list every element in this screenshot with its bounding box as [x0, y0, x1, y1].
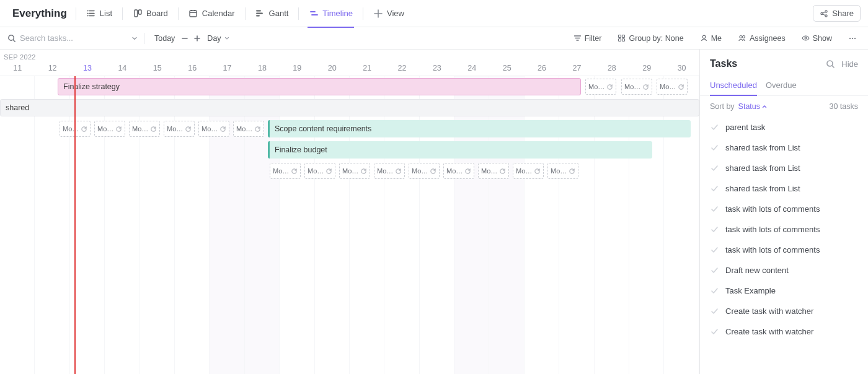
recurring-chip[interactable]: Mo… — [233, 121, 264, 137]
sort-by-label: Sort by — [710, 102, 735, 111]
gantt-icon — [255, 9, 265, 19]
day-header: 28 — [595, 64, 629, 72]
task-name: shared task from List — [725, 163, 800, 173]
tasks-tab-overdue[interactable]: Overdue — [766, 77, 797, 95]
tasks-tab-unscheduled[interactable]: Unscheduled — [710, 77, 757, 95]
share-icon — [820, 9, 828, 18]
task-name: Task Example — [725, 286, 776, 295]
share-button[interactable]: Share — [813, 5, 861, 22]
assignees-button[interactable]: Assignees — [734, 32, 789, 45]
task-name: shared task from List — [725, 184, 800, 193]
task-item[interactable]: Task Example — [700, 280, 868, 301]
recurring-chip[interactable]: Mo… — [198, 121, 229, 137]
chevron-down-icon[interactable] — [131, 35, 138, 41]
recurring-icon — [642, 84, 649, 90]
recurring-chip[interactable]: Mo… — [443, 163, 474, 179]
user-icon — [700, 34, 708, 42]
view-tab-label: Gantt — [269, 9, 289, 18]
recurring-chip[interactable]: Mo… — [270, 163, 301, 179]
day-header: 23 — [420, 64, 454, 72]
task-list[interactable]: parent taskshared task from Listshared t… — [700, 117, 868, 374]
task-item[interactable]: Create task with watcher — [700, 321, 868, 342]
today-button[interactable]: Today — [151, 32, 179, 45]
filter-icon — [574, 34, 582, 42]
day-header: 12 — [35, 64, 69, 72]
recurring-icon — [115, 126, 122, 133]
recurring-icon — [534, 168, 541, 175]
timeline-bar[interactable]: Scope content requirements — [268, 120, 691, 137]
timeline-bar[interactable]: Finalize budget — [268, 141, 652, 159]
svg-point-5 — [825, 14, 827, 16]
task-item[interactable]: Create task with watcher — [700, 301, 868, 321]
check-icon — [710, 163, 719, 173]
sort-value[interactable]: Status — [738, 102, 767, 111]
task-item[interactable]: shared task from List — [700, 137, 868, 158]
users-icon — [738, 34, 746, 42]
group-by-button[interactable]: Group by: None — [614, 32, 687, 45]
toolbar: Today Day Filter Group by: None Me Assig… — [0, 27, 868, 50]
svg-rect-10 — [622, 39, 625, 41]
bar-label: shared — [6, 103, 29, 112]
recurring-chip[interactable]: Mo… — [129, 121, 160, 137]
view-tab-board[interactable]: Board — [126, 0, 174, 27]
search-icon — [7, 34, 16, 43]
view-tab-list[interactable]: List — [80, 0, 118, 27]
search-icon[interactable] — [826, 59, 835, 69]
recurring-chip[interactable]: Mo… — [621, 79, 652, 95]
day-header: 29 — [629, 64, 664, 72]
task-item[interactable]: shared task from List — [700, 158, 868, 178]
recurring-chip[interactable]: Mo… — [409, 163, 440, 179]
timeline-icon — [309, 9, 319, 19]
task-item[interactable]: shared task from List — [700, 178, 868, 199]
me-button[interactable]: Me — [696, 32, 725, 45]
timeline-bar[interactable]: shared — [0, 99, 699, 116]
view-tab-label: List — [100, 9, 112, 18]
filter-button[interactable]: Filter — [570, 32, 606, 45]
day-header: 21 — [350, 64, 384, 72]
add-view-label: View — [387, 9, 404, 18]
view-tab-calendar[interactable]: Calendar — [182, 0, 241, 27]
recurring-chip[interactable]: Mo… — [94, 121, 125, 137]
show-button[interactable]: Show — [798, 32, 836, 45]
recurring-chip[interactable]: Mo… — [478, 163, 509, 179]
recurring-icon — [678, 84, 684, 90]
scale-label: Day — [207, 34, 221, 43]
task-item[interactable]: task with lots of comments — [700, 240, 868, 260]
view-tab-timeline[interactable]: Timeline — [303, 0, 359, 27]
task-item[interactable]: Draft new content — [700, 260, 868, 280]
task-item[interactable]: parent task — [700, 117, 868, 137]
recurring-chip[interactable]: Mo… — [304, 163, 335, 179]
task-count: 30 tasks — [829, 102, 858, 111]
task-item[interactable]: task with lots of comments — [700, 219, 868, 240]
recurring-chip[interactable]: Mo… — [374, 163, 405, 179]
add-view-button[interactable]: View — [367, 0, 410, 27]
caret-up-icon — [762, 104, 767, 109]
check-icon — [710, 307, 719, 316]
filter-label: Filter — [585, 34, 602, 43]
recurring-icon — [430, 168, 436, 175]
svg-point-17 — [854, 37, 856, 38]
recurring-chip[interactable]: Mo… — [657, 79, 688, 95]
divider — [363, 7, 363, 20]
share-label: Share — [832, 9, 854, 18]
view-tab-gantt[interactable]: Gantt — [249, 0, 295, 27]
hide-button[interactable]: Hide — [841, 59, 858, 69]
recurring-icon — [569, 168, 575, 175]
zoom-in-button[interactable] — [191, 32, 203, 45]
recurring-chip[interactable]: Mo… — [513, 163, 544, 179]
task-item[interactable]: task with lots of comments — [700, 199, 868, 219]
more-button[interactable] — [844, 32, 861, 45]
task-name: task with lots of comments — [725, 225, 820, 234]
bar-label: Finalize strategy — [63, 82, 120, 91]
timeline-bar[interactable]: Finalize strategy — [58, 78, 581, 95]
recurring-chip[interactable]: Mo… — [547, 163, 578, 179]
timeline-grid[interactable]: Finalize strategysharedScope content req… — [0, 76, 699, 374]
day-header: 19 — [280, 64, 314, 72]
recurring-chip[interactable]: Mo… — [585, 79, 616, 95]
zoom-out-button[interactable] — [179, 32, 191, 45]
check-icon — [710, 123, 719, 132]
scale-selector[interactable]: Day — [203, 32, 232, 45]
search-input[interactable] — [20, 33, 113, 43]
recurring-chip[interactable]: Mo… — [339, 163, 370, 179]
recurring-chip[interactable]: Mo… — [164, 121, 195, 137]
